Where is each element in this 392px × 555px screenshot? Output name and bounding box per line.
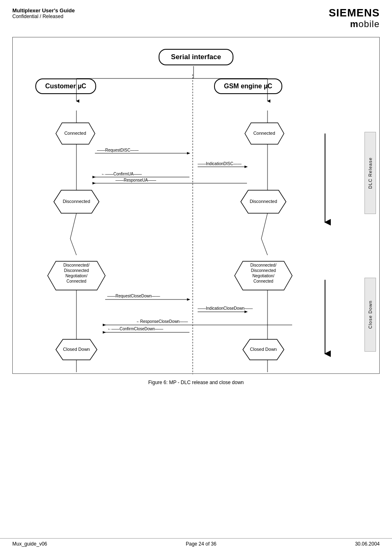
page-footer: Mux_guide_v06 Page 24 of 36 30.06.2004 [0,538,392,547]
footer-left: Mux_guide_v06 [12,541,47,547]
m-letter: m [350,19,359,29]
closed-down-right-text: Closed Down [250,347,277,352]
confirm-ua-label: ←——ConfirmUA—— [101,172,142,176]
svg-text:Negotiation/: Negotiation/ [252,274,274,278]
svg-line-20 [261,213,267,239]
footer-inner: Mux_guide_v06 Page 24 of 36 30.06.2004 [12,539,380,547]
footer-right: 30.06.2004 [355,541,380,547]
indication-disc-label: ——IndicationDISC—— [198,161,242,166]
figure-caption: Figure 6: MP - DLC release and close dow… [0,380,392,385]
diagram-container: Serial interface Customer µC GSM engine … [12,37,380,374]
svg-text:Negotiation/: Negotiation/ [65,274,88,278]
mobile-text: mobile [350,19,380,29]
svg-line-21 [261,239,267,255]
svg-text:Disconnected: Disconnected [251,268,276,273]
connected-left-text: Connected [64,131,86,136]
response-ua-right-label: ——ResponseUA—— [115,178,156,182]
svg-line-18 [70,213,76,239]
disconnected-left-text: Disconnected [63,199,90,204]
confirm-close-down-label: ←——ConfirmCloseDown—— [107,327,163,331]
closed-down-left-text: Closed Down [63,347,90,352]
indication-close-down-label: ——IndicationCloseDown—— [198,306,253,311]
request-close-down-label: ——RequestCloseDown—— [107,294,160,298]
header-right: SIEMENS mobile [329,7,380,29]
request-disc-label: ——RequestDISC—— [97,148,138,152]
response-close-down-label: ←ResponseCloseDown—— [136,319,188,324]
page-header: Multiplexer User's Guide Confidential / … [0,0,392,33]
siemens-logo: SIEMENS mobile [329,7,380,29]
doc-subtitle: Confidential / Released [12,14,75,19]
svg-text:Connected: Connected [254,279,273,283]
svg-text:Connected: Connected [67,279,86,283]
header-left: Multiplexer User's Guide Confidential / … [12,7,75,19]
svg-line-19 [70,239,76,255]
svg-text:Disconnected: Disconnected [64,268,89,273]
disconnected-right-text: Disconnected [250,199,277,204]
svg-text:Disconnected/: Disconnected/ [63,263,90,267]
connected-right-text: Connected [253,131,275,136]
siemens-text: SIEMENS [329,7,380,19]
doc-title: Multiplexer User's Guide [12,7,75,14]
footer-center: Page 24 of 36 [186,541,217,547]
svg-text:Disconnected/: Disconnected/ [250,263,277,267]
diagram-svg: Connected Connected ——RequestDISC—— ——In… [13,37,379,373]
